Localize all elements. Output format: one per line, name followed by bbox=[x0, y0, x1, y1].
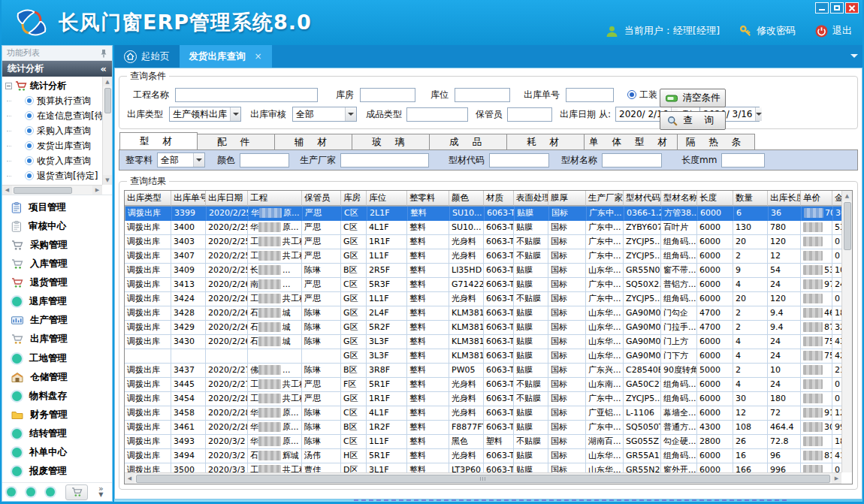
tab-home[interactable]: 起始页 bbox=[114, 45, 180, 68]
sidebar-item[interactable]: 报废管理 bbox=[11, 465, 112, 478]
sidebar-item[interactable]: 项目管理 bbox=[11, 201, 112, 214]
scroll-up-icon[interactable]: ▲ bbox=[103, 77, 113, 86]
table-row[interactable]: 调拨出库34942020/3/2石辉城汤伟H区5R1F整料光身料6063-T5贴… bbox=[125, 449, 841, 463]
column-header[interactable]: 材质 bbox=[484, 191, 514, 206]
sidebar-item[interactable]: 财务管理 bbox=[11, 409, 112, 421]
material-subtab[interactable]: 型 材 bbox=[119, 132, 198, 149]
tab-close-icon[interactable]: × bbox=[255, 51, 262, 62]
maximize-button[interactable] bbox=[830, 2, 844, 14]
nav-dot-icon[interactable] bbox=[7, 487, 16, 496]
column-header[interactable]: 生产厂家 bbox=[586, 191, 624, 206]
table-row[interactable]: G区3L3F整料KLM38176063-T5贴膜国标山东华...GA90M09.… bbox=[125, 349, 841, 364]
sidebar-item[interactable]: 采购管理 bbox=[11, 239, 112, 252]
tree-vertical-scrollbar[interactable]: ▲ ▼ bbox=[102, 77, 112, 185]
sidebar-item[interactable]: 审核中心 bbox=[11, 220, 112, 233]
sidebar-item[interactable]: 仓储管理 bbox=[11, 371, 112, 384]
table-row[interactable]: 调拨出库34032020/2/25工共工程严思G区1R1F整料光身料6063-T… bbox=[125, 235, 841, 249]
table-row[interactable]: 调拨出库34452020/2/27工共工程严思F区5R1F整料光身料6063-T… bbox=[125, 378, 841, 392]
table-row[interactable]: 调拨出库34242020/2/26工共工程严思G区1L1F整料光身料6063-T… bbox=[125, 292, 841, 306]
material-subtab[interactable]: 隔 热 条 bbox=[677, 134, 755, 149]
table-row[interactable]: 调拨出库34612020/2/28华原...陈琳B区1R2F整料F8877FT6… bbox=[125, 421, 841, 435]
column-header[interactable]: 库房 bbox=[341, 191, 367, 206]
tree-item[interactable]: 收货入库查询 bbox=[5, 153, 102, 168]
column-header[interactable]: 数量 bbox=[733, 191, 768, 206]
material-subtab[interactable]: 辅 材 bbox=[274, 134, 352, 149]
grid-horizontal-scrollbar[interactable]: ◀ ▶ bbox=[125, 472, 841, 484]
grid-vertical-scrollbar[interactable]: ▲ bbox=[841, 191, 852, 472]
table-row[interactable]: 调拨出库35002020/3/3工共工程曹佳D区3L1F整料LT3P606063… bbox=[125, 463, 841, 472]
column-header[interactable]: 出库单号 bbox=[171, 191, 206, 206]
column-header[interactable]: 表面处理 bbox=[514, 191, 548, 206]
warehouse-input[interactable] bbox=[360, 88, 415, 102]
table-row[interactable]: 调拨出库34542020/2/28工共工程严思G区1R1F整料光身料6063-T… bbox=[125, 392, 841, 406]
column-header[interactable]: 工程 bbox=[248, 191, 302, 206]
table-row[interactable]: 调拨出库34282020/2/26石城陈琳G区2L4F整料KLM38176063… bbox=[125, 306, 841, 321]
tree-item[interactable]: 发货出库查询 bbox=[5, 138, 102, 153]
scroll-right-icon[interactable]: ▶ bbox=[92, 186, 102, 195]
column-header[interactable]: 保管员 bbox=[302, 191, 341, 206]
pin-icon[interactable] bbox=[100, 49, 107, 58]
collapse-icon[interactable]: « bbox=[101, 63, 107, 74]
audit-select[interactable]: 全部 bbox=[292, 107, 357, 122]
table-row[interactable]: 调拨出库34582020/2/28华原...陈琳C区4L1F整料光身料6063-… bbox=[125, 406, 841, 421]
column-header[interactable]: 单价 bbox=[801, 191, 832, 206]
column-header[interactable]: 长度 bbox=[697, 191, 733, 206]
outbound-type-select[interactable]: 生产领料出库 bbox=[169, 107, 241, 122]
tree-item[interactable]: 采购入库查询 bbox=[5, 123, 102, 138]
profile-name-input[interactable] bbox=[602, 153, 662, 167]
column-header[interactable]: 颜色 bbox=[449, 191, 484, 206]
table-row[interactable]: 调拨出库34092020/2/25长...陈琳B区2R5F整料LI35HD606… bbox=[125, 264, 841, 278]
change-password-button[interactable]: 修改密码 bbox=[739, 24, 796, 38]
product-type-input[interactable] bbox=[406, 107, 468, 122]
length-input[interactable] bbox=[721, 153, 765, 167]
table-row[interactable]: 调拨出库34002020/2/25华原...严思C区4L1F整料SU10...6… bbox=[125, 221, 841, 235]
scroll-left-icon[interactable]: ◀ bbox=[2, 186, 12, 195]
sidebar-item[interactable]: 物料盘存 bbox=[11, 390, 112, 403]
material-subtab[interactable]: 单 体 型 材 bbox=[584, 134, 678, 149]
sidebar-item[interactable]: 出库管理 bbox=[11, 333, 112, 346]
sidebar-item[interactable]: 生产管理 bbox=[11, 314, 112, 327]
table-row[interactable]: 调拨出库34132020/2/26南...严思C区5R3F整料G71422606… bbox=[125, 278, 841, 292]
tab-shipment-outbound-query[interactable]: 发货出库查询 × bbox=[180, 45, 272, 68]
cart-shortcut-button[interactable] bbox=[65, 484, 88, 500]
table-row[interactable]: 调拨出库34072020/2/25工共工程严思G区1L1F整料光身料6063-T… bbox=[125, 249, 841, 264]
whole-part-select[interactable]: 全部 bbox=[157, 152, 205, 167]
table-row[interactable]: 调拨出库34372020/2/27佛...陈琳B区3R8F整料PW056063-… bbox=[125, 364, 841, 378]
tree-item[interactable]: 在途信息查询[待 bbox=[5, 108, 102, 123]
logout-button[interactable]: 退出 bbox=[815, 24, 852, 38]
nav-dot-icon[interactable] bbox=[26, 487, 35, 496]
sidebar-item[interactable]: 工地管理 bbox=[11, 352, 112, 365]
tab-list-caret-icon[interactable] bbox=[850, 54, 858, 62]
material-subtab[interactable]: 耗 材 bbox=[506, 134, 585, 149]
clear-conditions-button[interactable]: 清空条件 bbox=[660, 89, 726, 107]
scroll-right-icon[interactable]: ▶ bbox=[832, 474, 841, 484]
column-header[interactable]: 库位 bbox=[367, 191, 407, 206]
column-header[interactable]: 金 bbox=[832, 191, 841, 206]
sidebar-item[interactable]: 补单中心 bbox=[11, 446, 112, 459]
tree-item[interactable]: 退货查询[待定] bbox=[5, 168, 102, 183]
table-row[interactable]: 调拨出库34302020/2/26石城陈琳G区3L3F整料KLM38176063… bbox=[125, 335, 841, 349]
tree-horizontal-scrollbar[interactable]: ◀ ▶ bbox=[2, 185, 102, 195]
sidebar-item[interactable]: 结转管理 bbox=[11, 427, 112, 440]
location-input[interactable] bbox=[455, 88, 510, 102]
column-header[interactable]: 型材名称 bbox=[661, 191, 697, 206]
close-button[interactable] bbox=[845, 2, 859, 14]
tree-expand-icon[interactable] bbox=[5, 83, 12, 89]
scroll-up-icon[interactable]: ▲ bbox=[842, 191, 852, 201]
sidebar-item[interactable]: 退货管理 bbox=[11, 276, 112, 289]
material-subtab[interactable]: 配 件 bbox=[197, 134, 275, 149]
sidebar-item[interactable]: 入库管理 bbox=[11, 258, 112, 270]
minimize-button[interactable] bbox=[815, 2, 829, 14]
radio-work-label[interactable]: 工装 bbox=[639, 89, 657, 101]
order-no-input[interactable] bbox=[566, 88, 614, 102]
radio-work-clothes[interactable] bbox=[627, 90, 636, 99]
project-name-input[interactable] bbox=[175, 88, 318, 102]
nav-dot-icon[interactable] bbox=[46, 487, 55, 496]
scroll-down-icon[interactable]: ▼ bbox=[103, 175, 113, 185]
color-input[interactable] bbox=[240, 153, 289, 167]
table-row[interactable]: 调拨出库34292020/2/26石城陈琳G区5R2F整料KLM38176063… bbox=[125, 321, 841, 335]
stats-section-header[interactable]: 统计分析 « bbox=[2, 61, 112, 77]
column-header[interactable]: 出库长度 bbox=[768, 191, 801, 206]
column-header[interactable]: 型材代码 bbox=[624, 191, 661, 206]
table-row[interactable]: 调拨出库33992020/2/25华原...严思C区2L1F整料SU10...6… bbox=[125, 206, 841, 221]
